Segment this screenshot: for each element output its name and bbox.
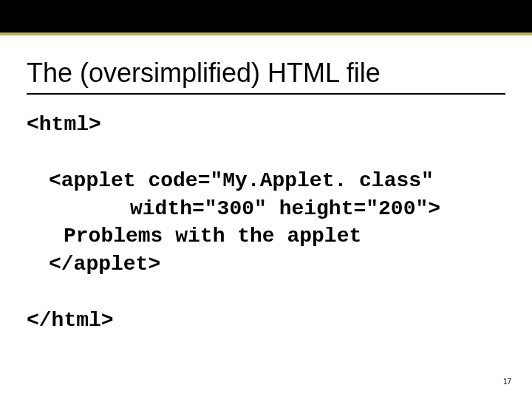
code-line-2: <applet code="My.Applet. class" [27,167,505,195]
code-line-6: </html> [27,307,505,335]
code-line-4: Problems with the applet [27,222,505,250]
slide-title: The (oversimplified) HTML file [27,58,505,89]
slide: The (oversimplified) HTML file <html> <a… [0,0,532,399]
page-number: 17 [503,378,511,386]
code-line-1: <html> [27,111,505,139]
title-wrap: The (oversimplified) HTML file [27,58,505,95]
code-block: <html> <applet code="My.Applet. class" w… [27,111,505,335]
blank-line [27,279,505,307]
header-band [0,0,532,35]
blank-line [27,139,505,167]
code-line-3: width="300" height="200"> [27,195,505,223]
code-line-5: </applet> [27,250,505,279]
